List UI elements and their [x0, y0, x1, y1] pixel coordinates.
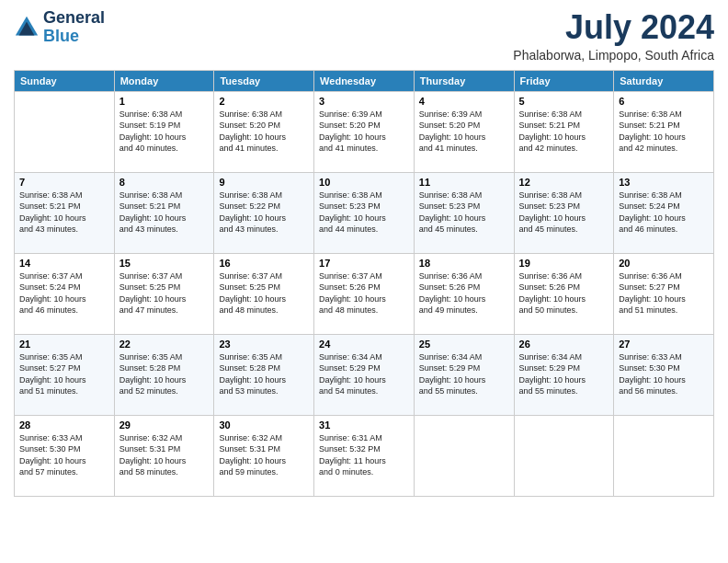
day-info: Sunrise: 6:38 AM Sunset: 5:22 PM Dayligh… [219, 190, 309, 236]
day-number: 31 [319, 419, 409, 431]
day-info: Sunrise: 6:36 AM Sunset: 5:27 PM Dayligh… [619, 270, 709, 316]
day-info: Sunrise: 6:38 AM Sunset: 5:20 PM Dayligh… [219, 109, 309, 155]
day-info: Sunrise: 6:38 AM Sunset: 5:21 PM Dayligh… [519, 109, 609, 155]
calendar-cell: 12Sunrise: 6:38 AM Sunset: 5:23 PM Dayli… [514, 172, 614, 253]
calendar-cell: 7Sunrise: 6:38 AM Sunset: 5:21 PM Daylig… [15, 172, 115, 253]
day-number: 8 [119, 177, 210, 188]
calendar-cell: 8Sunrise: 6:38 AM Sunset: 5:21 PM Daylig… [114, 172, 214, 253]
day-info: Sunrise: 6:32 AM Sunset: 5:31 PM Dayligh… [119, 432, 210, 478]
day-info: Sunrise: 6:37 AM Sunset: 5:25 PM Dayligh… [119, 270, 210, 316]
day-info: Sunrise: 6:35 AM Sunset: 5:28 PM Dayligh… [119, 351, 210, 397]
day-number: 18 [419, 258, 509, 269]
day-number: 22 [119, 339, 210, 350]
month-title: July 2024 [513, 9, 714, 46]
day-info: Sunrise: 6:38 AM Sunset: 5:23 PM Dayligh… [519, 190, 609, 236]
day-info: Sunrise: 6:34 AM Sunset: 5:29 PM Dayligh… [419, 351, 509, 397]
day-number: 16 [219, 258, 309, 269]
calendar-cell [15, 91, 115, 172]
day-number: 24 [319, 339, 409, 350]
calendar-cell: 31Sunrise: 6:31 AM Sunset: 5:32 PM Dayli… [314, 415, 415, 496]
weekday-header-saturday: Saturday [614, 70, 714, 91]
day-info: Sunrise: 6:34 AM Sunset: 5:29 PM Dayligh… [519, 351, 609, 397]
calendar: SundayMondayTuesdayWednesdayThursdayFrid… [14, 70, 714, 497]
calendar-cell: 6Sunrise: 6:38 AM Sunset: 5:21 PM Daylig… [614, 91, 714, 172]
calendar-cell: 11Sunrise: 6:38 AM Sunset: 5:23 PM Dayli… [414, 172, 514, 253]
calendar-cell: 25Sunrise: 6:34 AM Sunset: 5:29 PM Dayli… [414, 334, 514, 415]
day-number: 28 [19, 419, 109, 431]
calendar-cell: 16Sunrise: 6:37 AM Sunset: 5:25 PM Dayli… [214, 253, 314, 334]
calendar-cell [614, 415, 714, 496]
day-info: Sunrise: 6:36 AM Sunset: 5:26 PM Dayligh… [419, 270, 509, 316]
day-info: Sunrise: 6:37 AM Sunset: 5:25 PM Dayligh… [219, 270, 309, 316]
day-number: 23 [219, 339, 309, 350]
day-info: Sunrise: 6:38 AM Sunset: 5:23 PM Dayligh… [419, 190, 509, 236]
calendar-cell: 3Sunrise: 6:39 AM Sunset: 5:20 PM Daylig… [314, 91, 415, 172]
calendar-cell: 14Sunrise: 6:37 AM Sunset: 5:24 PM Dayli… [15, 253, 115, 334]
calendar-cell: 19Sunrise: 6:36 AM Sunset: 5:26 PM Dayli… [514, 253, 614, 334]
calendar-cell: 21Sunrise: 6:35 AM Sunset: 5:27 PM Dayli… [15, 334, 115, 415]
day-number: 2 [219, 96, 309, 107]
day-number: 30 [219, 419, 309, 431]
day-info: Sunrise: 6:32 AM Sunset: 5:31 PM Dayligh… [219, 432, 309, 478]
calendar-cell: 22Sunrise: 6:35 AM Sunset: 5:28 PM Dayli… [114, 334, 214, 415]
title-block: July 2024 Phalaborwa, Limpopo, South Afr… [513, 9, 714, 63]
calendar-cell: 15Sunrise: 6:37 AM Sunset: 5:25 PM Dayli… [114, 253, 214, 334]
day-number: 6 [619, 96, 709, 107]
day-info: Sunrise: 6:38 AM Sunset: 5:23 PM Dayligh… [319, 190, 409, 236]
weekday-header-tuesday: Tuesday [214, 70, 314, 91]
day-number: 12 [519, 177, 609, 188]
day-number: 21 [19, 339, 109, 350]
day-number: 17 [319, 258, 409, 269]
calendar-cell [414, 415, 514, 496]
day-number: 11 [419, 177, 509, 188]
day-number: 20 [619, 258, 709, 269]
day-info: Sunrise: 6:34 AM Sunset: 5:29 PM Dayligh… [319, 351, 409, 397]
calendar-cell: 5Sunrise: 6:38 AM Sunset: 5:21 PM Daylig… [514, 91, 614, 172]
weekday-header-sunday: Sunday [15, 70, 115, 91]
day-number: 5 [519, 96, 609, 107]
day-info: Sunrise: 6:35 AM Sunset: 5:27 PM Dayligh… [19, 351, 109, 397]
day-number: 9 [219, 177, 309, 188]
day-info: Sunrise: 6:39 AM Sunset: 5:20 PM Dayligh… [319, 109, 409, 155]
day-info: Sunrise: 6:38 AM Sunset: 5:21 PM Dayligh… [119, 190, 210, 236]
day-info: Sunrise: 6:39 AM Sunset: 5:20 PM Dayligh… [419, 109, 509, 155]
day-number: 19 [519, 258, 609, 269]
day-number: 26 [519, 339, 609, 350]
day-info: Sunrise: 6:37 AM Sunset: 5:26 PM Dayligh… [319, 270, 409, 316]
weekday-header-thursday: Thursday [414, 70, 514, 91]
day-info: Sunrise: 6:38 AM Sunset: 5:21 PM Dayligh… [19, 190, 109, 236]
day-number: 15 [119, 258, 210, 269]
weekday-header-friday: Friday [514, 70, 614, 91]
day-number: 13 [619, 177, 709, 188]
calendar-cell: 1Sunrise: 6:38 AM Sunset: 5:19 PM Daylig… [114, 91, 214, 172]
logo-text: General Blue [43, 9, 105, 46]
calendar-cell [514, 415, 614, 496]
calendar-cell: 18Sunrise: 6:36 AM Sunset: 5:26 PM Dayli… [414, 253, 514, 334]
day-number: 3 [319, 96, 409, 107]
location: Phalaborwa, Limpopo, South Africa [513, 48, 714, 63]
weekday-header-wednesday: Wednesday [314, 70, 415, 91]
day-number: 29 [119, 419, 210, 431]
calendar-cell: 13Sunrise: 6:38 AM Sunset: 5:24 PM Dayli… [614, 172, 714, 253]
day-number: 25 [419, 339, 509, 350]
calendar-cell: 23Sunrise: 6:35 AM Sunset: 5:28 PM Dayli… [214, 334, 314, 415]
calendar-cell: 2Sunrise: 6:38 AM Sunset: 5:20 PM Daylig… [214, 91, 314, 172]
day-info: Sunrise: 6:38 AM Sunset: 5:21 PM Dayligh… [619, 109, 709, 155]
day-info: Sunrise: 6:36 AM Sunset: 5:26 PM Dayligh… [519, 270, 609, 316]
calendar-cell: 24Sunrise: 6:34 AM Sunset: 5:29 PM Dayli… [314, 334, 415, 415]
calendar-cell: 4Sunrise: 6:39 AM Sunset: 5:20 PM Daylig… [414, 91, 514, 172]
calendar-cell: 26Sunrise: 6:34 AM Sunset: 5:29 PM Dayli… [514, 334, 614, 415]
day-info: Sunrise: 6:31 AM Sunset: 5:32 PM Dayligh… [319, 432, 409, 478]
day-number: 27 [619, 339, 709, 350]
calendar-cell: 30Sunrise: 6:32 AM Sunset: 5:31 PM Dayli… [214, 415, 314, 496]
logo: General Blue [14, 9, 105, 46]
day-info: Sunrise: 6:35 AM Sunset: 5:28 PM Dayligh… [219, 351, 309, 397]
day-number: 10 [319, 177, 409, 188]
day-number: 7 [19, 177, 109, 188]
day-info: Sunrise: 6:37 AM Sunset: 5:24 PM Dayligh… [19, 270, 109, 316]
weekday-header-monday: Monday [114, 70, 214, 91]
calendar-cell: 27Sunrise: 6:33 AM Sunset: 5:30 PM Dayli… [614, 334, 714, 415]
day-number: 1 [119, 96, 210, 107]
calendar-cell: 20Sunrise: 6:36 AM Sunset: 5:27 PM Dayli… [614, 253, 714, 334]
day-info: Sunrise: 6:33 AM Sunset: 5:30 PM Dayligh… [619, 351, 709, 397]
